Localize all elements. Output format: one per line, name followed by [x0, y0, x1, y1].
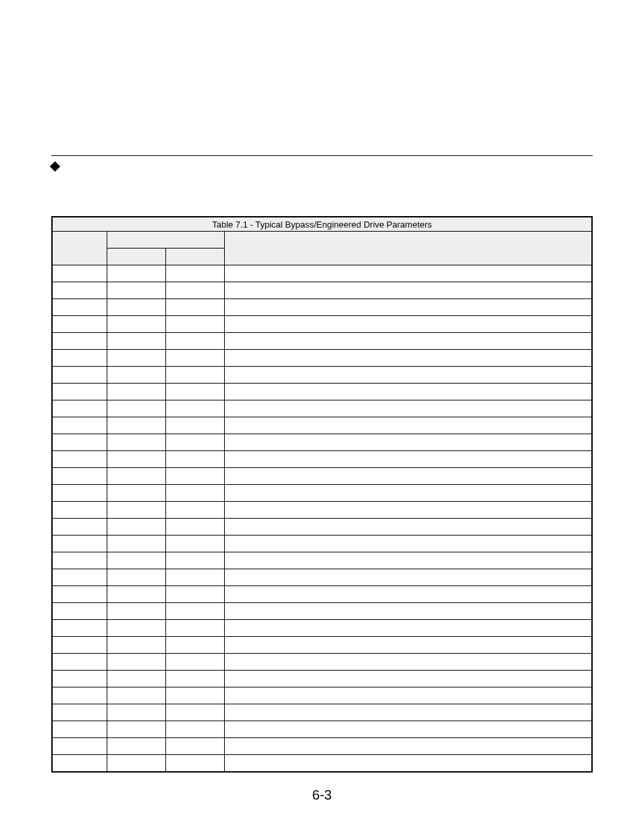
table-cell [107, 468, 166, 485]
table-cell [225, 502, 593, 519]
table-cell [52, 400, 107, 417]
table-cell [225, 519, 593, 536]
table-cell [166, 367, 225, 384]
table-cell [225, 637, 593, 654]
table-cell [52, 299, 107, 316]
table-row [52, 333, 592, 350]
table-cell [225, 265, 593, 282]
table-cell [225, 485, 593, 502]
table-cell [166, 637, 225, 654]
table-cell [107, 738, 166, 755]
table-cell [225, 569, 593, 586]
table-cell [166, 485, 225, 502]
table-cell [107, 687, 166, 704]
table-caption: Table 7.1 - Typical Bypass/Engineered Dr… [52, 217, 592, 232]
table-cell [107, 384, 166, 400]
table-cell [52, 637, 107, 654]
table-cell [166, 704, 225, 721]
table-cell [166, 552, 225, 569]
table-cell [107, 721, 166, 738]
table-row [52, 367, 592, 384]
table-cell [225, 384, 593, 400]
diamond-icon [50, 161, 61, 172]
table-cell [52, 333, 107, 350]
table-row [52, 282, 592, 299]
table-cell [166, 451, 225, 468]
table-body [52, 265, 592, 773]
col-header-3 [166, 249, 225, 265]
table-cell [225, 417, 593, 434]
table-cell [52, 350, 107, 367]
table-cell [166, 384, 225, 400]
table-cell [52, 282, 107, 299]
table-cell [166, 333, 225, 350]
table-row [52, 552, 592, 569]
table-row [52, 721, 592, 738]
table-cell [225, 671, 593, 687]
table-cell [225, 721, 593, 738]
table-cell [166, 603, 225, 620]
table-cell [166, 738, 225, 755]
table-cell [166, 417, 225, 434]
table-cell [107, 536, 166, 552]
col-header-2 [107, 249, 166, 265]
table-row [52, 519, 592, 536]
table-row [52, 316, 592, 333]
table-row [52, 755, 592, 773]
table-row [52, 586, 592, 603]
table-cell [225, 687, 593, 704]
table-cell [107, 400, 166, 417]
table-cell [166, 586, 225, 603]
table-cell [52, 671, 107, 687]
table-cell [166, 687, 225, 704]
table-cell [107, 265, 166, 282]
table-cell [166, 468, 225, 485]
table-row [52, 417, 592, 434]
table-cell [107, 316, 166, 333]
table-cell [52, 552, 107, 569]
table-cell [166, 721, 225, 738]
table-cell [166, 519, 225, 536]
col-header-4 [225, 232, 593, 265]
table-row [52, 704, 592, 721]
table-row [52, 569, 592, 586]
table-row [52, 451, 592, 468]
table-cell [52, 721, 107, 738]
page-number: 6-3 [0, 787, 644, 803]
table-row [52, 468, 592, 485]
table-cell [52, 417, 107, 434]
table-cell [225, 282, 593, 299]
table-cell [107, 299, 166, 316]
table-cell [166, 536, 225, 552]
table-cell [107, 552, 166, 569]
table-cell [225, 434, 593, 451]
table-cell [225, 316, 593, 333]
table-cell [166, 282, 225, 299]
table-cell [225, 468, 593, 485]
table-cell [225, 333, 593, 350]
table-row [52, 485, 592, 502]
table-row [52, 502, 592, 519]
table-cell [52, 316, 107, 333]
table-row [52, 384, 592, 400]
table-row [52, 434, 592, 451]
col-header-1 [52, 232, 107, 265]
table-cell [166, 755, 225, 773]
table-row [52, 738, 592, 755]
table-cell [107, 620, 166, 637]
table-row [52, 671, 592, 687]
table-cell [225, 451, 593, 468]
table-cell [52, 586, 107, 603]
table-cell [52, 603, 107, 620]
table-row [52, 654, 592, 671]
table-cell [225, 738, 593, 755]
table-cell [52, 485, 107, 502]
col-header-group [107, 232, 225, 249]
table-cell [107, 704, 166, 721]
table-cell [52, 468, 107, 485]
table-cell [52, 502, 107, 519]
table-cell [225, 704, 593, 721]
table-cell [52, 738, 107, 755]
table-cell [107, 637, 166, 654]
table-cell [52, 620, 107, 637]
